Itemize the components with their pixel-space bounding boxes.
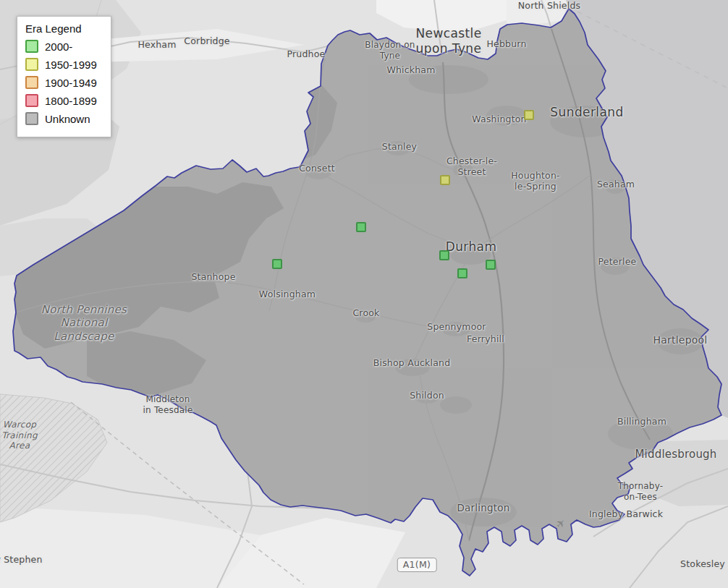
legend-items: 2000-1950-19991900-19491800-1899Unknown bbox=[25, 40, 103, 125]
era-marker[interactable] bbox=[440, 175, 450, 185]
legend-swatch bbox=[25, 94, 38, 107]
legend-swatch bbox=[25, 58, 38, 71]
era-marker[interactable] bbox=[439, 250, 449, 260]
legend-item: 1900-1949 bbox=[25, 76, 103, 89]
road-shield-a1m: A1(M) bbox=[397, 558, 437, 572]
legend-item: 2000- bbox=[25, 40, 103, 53]
era-marker[interactable] bbox=[524, 110, 534, 120]
legend-swatch bbox=[25, 76, 38, 89]
map-canvas[interactable]: North ShieldsNewcastle upon TyneHexhamCo… bbox=[0, 0, 728, 588]
era-marker[interactable] bbox=[457, 268, 467, 278]
legend-label: 2000- bbox=[45, 41, 72, 53]
era-marker[interactable] bbox=[356, 222, 366, 232]
legend-item: 1800-1899 bbox=[25, 94, 103, 107]
legend-swatch bbox=[25, 112, 38, 125]
era-legend: Era Legend 2000-1950-19991900-19491800-1… bbox=[17, 16, 111, 137]
legend-item: 1950-1999 bbox=[25, 58, 103, 71]
era-marker[interactable] bbox=[272, 259, 282, 269]
legend-title: Era Legend bbox=[25, 22, 103, 35]
legend-label: Unknown bbox=[45, 113, 90, 125]
legend-label: 1950-1999 bbox=[45, 59, 97, 71]
legend-label: 1800-1899 bbox=[45, 95, 97, 107]
legend-swatch bbox=[25, 40, 38, 53]
era-marker[interactable] bbox=[486, 260, 496, 270]
legend-label: 1900-1949 bbox=[45, 77, 97, 89]
legend-item: Unknown bbox=[25, 112, 103, 125]
